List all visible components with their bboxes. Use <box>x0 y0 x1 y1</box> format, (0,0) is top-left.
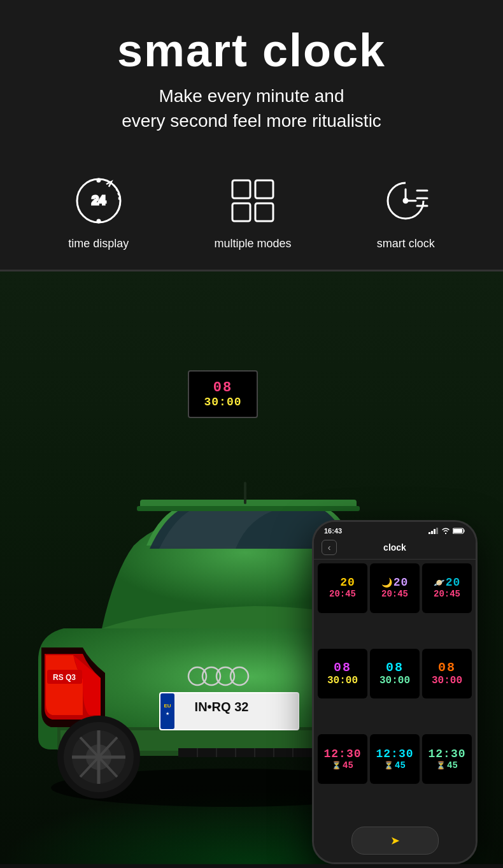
svg-point-13 <box>404 199 407 203</box>
clock-cell-r3c3[interactable]: 12:30 ⏳ 45 <box>422 734 472 784</box>
svg-rect-4 <box>232 180 250 198</box>
features-row: 24 time display multiple modes <box>0 153 503 270</box>
phone-header-title: clock <box>343 542 446 553</box>
svg-rect-6 <box>232 203 250 221</box>
car-clock-top: 08 <box>213 380 232 396</box>
phone-bottom-bar: ➤ <box>314 821 476 862</box>
svg-text:EU: EU <box>164 703 171 709</box>
phone-status-bar: 16:43 <box>314 522 476 537</box>
clock-cell-r1c3[interactable]: 🪐 20 20:45 <box>422 563 472 613</box>
phone-header: ‹ clock <box>314 537 476 560</box>
svg-rect-7 <box>255 203 273 221</box>
svg-rect-57 <box>431 531 433 534</box>
clock-grid: 🌤 20 20:45 🌙 20 20:45 <box>314 560 476 821</box>
clock-cell-r1c1[interactable]: 🌤 20 20:45 <box>318 563 367 613</box>
send-icon: ➤ <box>390 834 400 848</box>
svg-rect-62 <box>464 530 465 532</box>
clock-cell-r2c3[interactable]: 08 30:00 <box>422 649 472 698</box>
car-clock-bottom: 30:00 <box>204 396 241 409</box>
subtitle: Make every minute and every second feel … <box>13 83 490 133</box>
svg-rect-5 <box>255 180 273 198</box>
phone-status-time: 16:43 <box>324 527 342 535</box>
svg-text:IN•RQ 32: IN•RQ 32 <box>195 700 249 714</box>
feature-time-display: 24 time display <box>68 172 129 250</box>
svg-rect-56 <box>429 532 430 534</box>
clock-cell-r2c1[interactable]: 08 30:00 <box>318 649 367 698</box>
top-section: smart clock Make every minute and every … <box>0 0 503 153</box>
clock-cell-r2c2[interactable]: 08 30:00 <box>370 649 420 698</box>
svg-rect-61 <box>453 529 462 533</box>
send-button[interactable]: ➤ <box>351 827 439 855</box>
main-title: smart clock <box>13 25 490 76</box>
feature-multiple-modes: multiple modes <box>214 172 291 250</box>
svg-text:24: 24 <box>92 193 106 207</box>
feature-label-multiple-modes: multiple modes <box>214 237 291 250</box>
svg-rect-55 <box>244 482 246 504</box>
clock-24-icon: 24 <box>70 172 127 229</box>
clock-cell-r1c2[interactable]: 🌙 20 20:45 <box>370 563 420 613</box>
svg-rect-58 <box>434 529 436 534</box>
phone-status-icons <box>429 528 465 534</box>
phone-container: 16:43 <box>312 495 484 864</box>
feature-label-smart-clock: smart clock <box>377 237 435 250</box>
feature-label-time-display: time display <box>68 237 129 250</box>
feature-smart-clock: smart clock <box>377 172 435 250</box>
phone-screen: 16:43 <box>314 522 476 862</box>
back-button[interactable]: ‹ <box>322 540 337 555</box>
grid-icon <box>224 172 281 229</box>
car-section: EU ★ IN•RQ 32 RS Q3 08 30:00 16:43 <box>0 271 503 864</box>
svg-rect-59 <box>436 528 438 534</box>
smart-clock-icon <box>377 172 434 229</box>
clock-cell-r3c2[interactable]: 12:30 ⏳ 45 <box>370 734 420 784</box>
svg-text:★: ★ <box>166 711 169 716</box>
phone-outer: 16:43 <box>312 520 478 864</box>
car-clock-display: 08 30:00 <box>188 370 258 418</box>
clock-cell-r3c1[interactable]: 12:30 ⏳ 45 <box>318 734 367 784</box>
svg-point-2 <box>97 179 100 182</box>
svg-text:RS Q3: RS Q3 <box>53 673 76 682</box>
svg-point-3 <box>97 220 100 222</box>
